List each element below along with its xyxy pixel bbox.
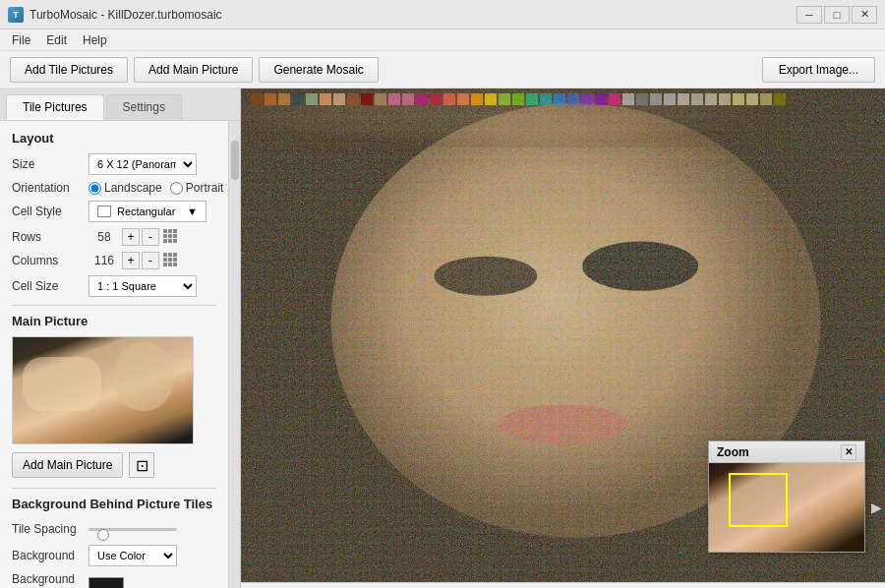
spacing-row: Tile Spacing [12,519,216,539]
cell-style-value: Rectangular [117,206,175,217]
columns-row: Columns 116 + - [12,252,216,269]
svg-rect-112 [650,93,662,105]
landscape-radio[interactable] [88,182,101,195]
cell-style-button[interactable]: Rectangular ▼ [88,201,206,222]
zoom-header: Zoom ✕ [709,441,864,463]
menu-file[interactable]: File [4,31,38,49]
zoom-panel: Zoom ✕ ▶ [708,441,865,553]
svg-rect-92 [375,93,386,105]
svg-rect-98 [457,93,469,105]
rows-decrement[interactable]: - [142,228,159,246]
rows-increment[interactable]: + [122,228,140,246]
main-picture-section-title: Main Picture [12,314,216,328]
svg-rect-101 [499,93,510,105]
rows-grid-icon [163,229,179,245]
svg-rect-99 [471,93,483,105]
toolbar: Add Tile Pictures Add Main Picture Gener… [0,51,885,88]
add-main-picture-area: Add Main Picture ⊡ [12,452,216,478]
zoom-highlight-box [729,473,788,527]
title-bar: T TurboMosaic - KillDozer.turbomosaic ─ … [0,0,885,29]
app-icon: T [8,7,24,23]
cell-style-label: Cell Style [12,205,83,218]
size-row: Size 6 X 12 (Panorama 2:... [12,153,216,175]
columns-decrement[interactable]: - [142,252,159,269]
maximize-button[interactable]: □ [824,6,850,24]
size-label: Size [12,157,83,171]
divider-2 [12,488,216,489]
background-label: Background [12,549,83,562]
background-section-title: Background Behind Picture Tiles [12,497,216,511]
svg-rect-85 [278,93,290,105]
orientation-label: Orientation [12,181,83,195]
orientation-row: Orientation Landscape Portrait [12,181,216,195]
main-picture-preview [12,336,194,444]
right-area: Zoom ✕ ▶ Saved [241,88,885,588]
svg-rect-109 [609,93,620,105]
zoom-title: Zoom [717,445,749,459]
minimize-button[interactable]: ─ [796,6,822,24]
zoom-content: ▶ [709,463,864,552]
svg-rect-106 [567,93,579,105]
columns-increment[interactable]: + [122,252,140,269]
add-tile-pictures-button[interactable]: Add Tile Pictures [10,57,128,83]
landscape-option[interactable]: Landscape [88,181,162,195]
rows-control: 58 + - [88,228,179,246]
cell-style-arrow: ▼ [187,206,198,217]
svg-rect-114 [678,93,689,105]
menu-edit[interactable]: Edit [38,31,75,49]
svg-rect-94 [402,93,414,105]
rows-value: 58 [88,230,120,244]
export-image-button[interactable]: Export Image... [762,57,875,83]
svg-rect-102 [512,93,524,105]
cell-size-row: Cell Size 1 : 1 Square [12,275,216,297]
tab-settings[interactable]: Settings [106,94,182,120]
svg-rect-83 [251,93,263,105]
svg-rect-103 [526,93,538,105]
close-button[interactable]: ✕ [852,6,877,24]
add-main-picture-panel-button[interactable]: Add Main Picture [12,452,123,478]
svg-rect-117 [719,93,731,105]
tab-tile-pictures[interactable]: Tile Pictures [6,94,104,120]
svg-rect-97 [443,93,455,105]
layout-section-title: Layout [12,131,216,146]
panel-content: Layout Size 6 X 12 (Panorama 2:... Orien… [0,121,228,588]
svg-rect-116 [705,93,717,105]
svg-point-3 [435,257,538,296]
cell-size-label: Cell Size [12,279,83,293]
status-bar: Saved [241,582,885,588]
scroll-thumb[interactable] [231,141,239,180]
svg-rect-93 [388,93,400,105]
svg-rect-88 [320,93,331,105]
columns-control: 116 + - [88,252,179,269]
portrait-option[interactable]: Portrait [170,181,224,195]
zoom-close-button[interactable]: ✕ [841,444,856,460]
cell-size-select[interactable]: 1 : 1 Square [88,275,197,297]
columns-value: 116 [88,254,120,267]
svg-point-5 [499,404,627,443]
scrollbar[interactable] [228,121,240,588]
bg-color-row: Background Color [12,572,216,588]
spacing-slider[interactable] [88,519,177,539]
menu-help[interactable]: Help [75,31,115,49]
crop-icon-button[interactable]: ⊡ [129,452,154,478]
svg-rect-91 [361,93,373,105]
left-panel: Tile Pictures Settings Layout Size 6 X 1… [0,88,241,588]
orientation-group: Landscape Portrait [88,181,223,195]
divider-1 [12,305,216,306]
portrait-radio[interactable] [170,182,183,195]
svg-rect-118 [733,93,744,105]
bg-color-swatch[interactable] [88,577,124,588]
title-bar-left: T TurboMosaic - KillDozer.turbomosaic [8,7,222,23]
size-select[interactable]: 6 X 12 (Panorama 2:... [88,153,197,175]
svg-rect-96 [430,93,442,105]
svg-rect-108 [595,93,607,105]
rows-label: Rows [12,230,83,244]
mosaic-canvas[interactable]: Zoom ✕ ▶ [241,88,885,582]
generate-mosaic-button[interactable]: Generate Mosaic [259,57,378,83]
background-select[interactable]: Use Color [88,545,177,566]
columns-grid-icon [163,253,179,268]
bg-color-label: Background Color [12,572,83,588]
add-main-picture-button[interactable]: Add Main Picture [134,57,253,83]
cell-style-preview-icon [97,206,111,217]
crop-icon: ⊡ [136,456,148,475]
